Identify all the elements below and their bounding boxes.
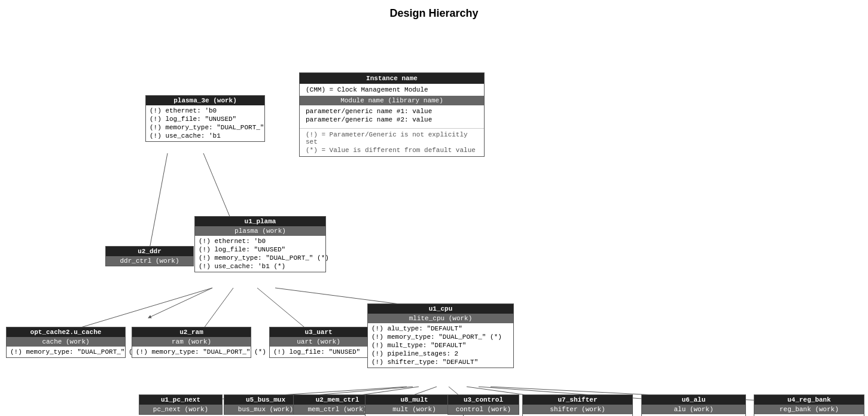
node-u6alu: u6_alu alu (work) (!) alu_type: "DEFAULT… bbox=[641, 394, 746, 416]
legend-module-label: Module name (library name) bbox=[300, 96, 484, 105]
plasma3e-title: plasma_3e (work) bbox=[146, 96, 264, 105]
u1cpu-body: (!) alu_type: "DEFAULT" (!) memory_type:… bbox=[368, 323, 513, 368]
legend-param2: parameter/generic name #2: value bbox=[306, 116, 478, 124]
legend-note2: (*) = Value is different from default va… bbox=[306, 146, 478, 154]
u3uart-subtitle: uart (work) bbox=[270, 337, 367, 347]
node-u4regbank: u4_reg_bank reg_bank (work) (!) memory_t… bbox=[754, 394, 864, 416]
svg-line-5 bbox=[257, 288, 311, 333]
svg-line-1 bbox=[148, 153, 167, 255]
node-u7shifter: u7_shifter shifter (work) (!) shifter_ty… bbox=[522, 394, 633, 416]
u3control-title: u3_control bbox=[448, 395, 519, 405]
legend-param1: parameter/generic name #1: value bbox=[306, 107, 478, 116]
u6alu-subtitle: alu (work) bbox=[642, 405, 745, 414]
optcache2-title: opt_cache2.u_cache bbox=[7, 327, 125, 337]
u1cpu-title: u1_cpu bbox=[368, 304, 513, 314]
u3uart-title: u3_uart bbox=[270, 327, 367, 337]
node-u1pcnext: u1_pc_next pc_next (work) bbox=[139, 394, 223, 415]
node-plasma3e: plasma_3e (work) (!) ethernet: 'b0 (!) l… bbox=[145, 95, 265, 142]
u6alu-title: u6_alu bbox=[642, 395, 745, 405]
u1plama-subtitle: plasma (work) bbox=[195, 226, 325, 236]
u1plama-body: (!) ethernet: 'b0 (!) log_file: "UNUSED"… bbox=[195, 236, 325, 272]
plasma3e-body: (!) ethernet: 'b0 (!) log_file: "UNUSED"… bbox=[146, 105, 264, 141]
u4regbank-subtitle: reg_bank (work) bbox=[754, 405, 864, 414]
u3uart-body: (!) log_file: "UNUSED" bbox=[270, 347, 367, 357]
u2ram-subtitle: ram (work) bbox=[132, 337, 251, 347]
optcache2-subtitle: cache (work) bbox=[7, 337, 125, 347]
u7shifter-title: u7_shifter bbox=[523, 395, 632, 405]
legend-note1: (!) = Parameter/Generic is not explicitl… bbox=[306, 130, 478, 146]
optcache2-body: (!) memory_type: "DUAL_PORT_" (*) bbox=[7, 347, 125, 357]
u1pcnext-title: u1_pc_next bbox=[139, 395, 222, 405]
node-u1cpu: u1_cpu mlite_cpu (work) (!) alu_type: "D… bbox=[367, 303, 514, 368]
legend-cmm: (CMM) = Clock Management Module bbox=[306, 86, 478, 94]
svg-line-4 bbox=[200, 288, 233, 333]
svg-line-0 bbox=[203, 153, 233, 225]
u1plama-title: u1_plama bbox=[195, 217, 325, 226]
svg-line-2 bbox=[148, 288, 212, 318]
u7shifter-subtitle: shifter (work) bbox=[523, 405, 632, 414]
page-title: Design Hierarchy bbox=[0, 0, 868, 25]
u2ddr-title: u2_ddr bbox=[106, 247, 193, 256]
node-u3uart: u3_uart uart (work) (!) log_file: "UNUSE… bbox=[269, 327, 368, 358]
legend-box: Instance name (CMM) = Clock Management M… bbox=[299, 72, 485, 157]
u1cpu-subtitle: mlite_cpu (work) bbox=[368, 314, 513, 323]
u3control-subtitle: control (work) bbox=[448, 405, 519, 414]
diagram-container: Instance name (CMM) = Clock Management M… bbox=[0, 25, 868, 416]
u2ram-title: u2_ram bbox=[132, 327, 251, 337]
u2ram-body: (!) memory_type: "DUAL_PORT_" (*) bbox=[132, 347, 251, 357]
u1pcnext-subtitle: pc_next (work) bbox=[139, 405, 222, 414]
node-u3control: u3_control control (work) bbox=[447, 394, 519, 415]
u2ddr-subtitle: ddr_ctrl (work) bbox=[106, 256, 193, 266]
legend-title: Instance name bbox=[300, 73, 484, 84]
node-optcache2: opt_cache2.u_cache cache (work) (!) memo… bbox=[6, 327, 126, 358]
node-u2ddr: u2_ddr ddr_ctrl (work) bbox=[105, 246, 194, 266]
node-u2ram: u2_ram ram (work) (!) memory_type: "DUAL… bbox=[132, 327, 251, 358]
node-u1plama: u1_plama plasma (work) (!) ethernet: 'b0… bbox=[194, 216, 326, 272]
svg-line-3 bbox=[63, 288, 212, 333]
u4regbank-title: u4_reg_bank bbox=[754, 395, 864, 405]
